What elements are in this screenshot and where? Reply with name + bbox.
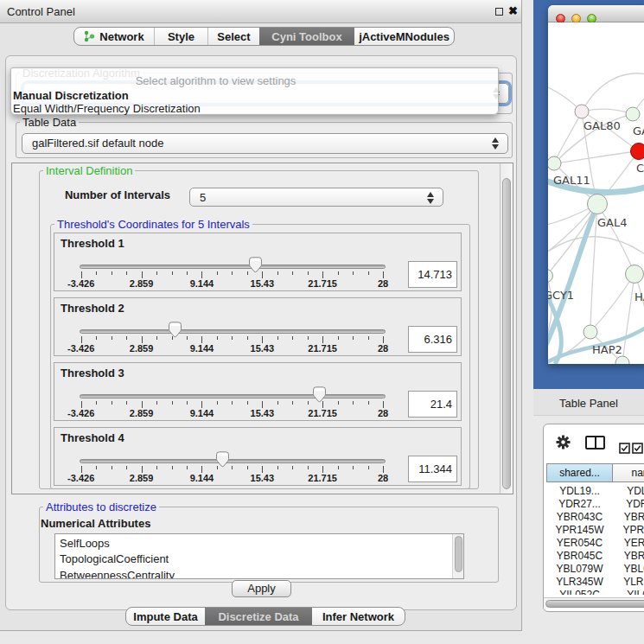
slider-tick <box>308 401 309 405</box>
number-of-intervals-combo[interactable]: 5 <box>189 188 443 207</box>
numerical-attributes-list[interactable]: SelfLoopsTopologicalCoefficientBetweenne… <box>54 533 464 579</box>
slider-thumb[interactable] <box>313 386 326 403</box>
slider-tick <box>126 336 127 340</box>
slider-tick <box>322 336 323 343</box>
horizontal-scrollbar[interactable] <box>544 597 644 609</box>
interval-definition-label: Interval Definition <box>43 164 135 177</box>
tab-cyni-toolbox[interactable]: Cyni Toolbox <box>259 28 354 45</box>
table-row[interactable]: YBL079WYBL079W <box>546 563 644 576</box>
slider-tick <box>112 271 112 275</box>
popup-item-manual-discretization[interactable]: Manual Discretization <box>13 89 129 102</box>
slider-track[interactable] <box>80 329 386 334</box>
table-row[interactable]: YPR145WYPR145W <box>546 524 644 537</box>
slider-track[interactable] <box>80 459 386 463</box>
slider-track[interactable] <box>80 265 386 269</box>
popup-item-equal-width[interactable]: Equal Width/Frequency Discretization <box>13 102 201 115</box>
network-edge <box>622 274 634 363</box>
checkbox-icon-2[interactable] <box>632 443 643 454</box>
cell-shared-name: YDR27... <box>546 498 613 510</box>
network-canvas[interactable]: GAL80GAL1CGAL11GAL4GCY1HAHAP2 <box>548 22 644 364</box>
table-data-combo[interactable]: galFiltered.sif default node <box>22 133 508 154</box>
cell-shared-name: YDL19... <box>546 485 613 497</box>
table-row[interactable]: YDL19...YDL19... <box>546 485 644 498</box>
cell-name: YLR345W <box>615 576 644 588</box>
network-node-GAL1[interactable] <box>626 107 640 121</box>
gear-icon[interactable] <box>556 435 571 450</box>
close-icon[interactable]: ✖ <box>508 4 518 17</box>
slider-thumb[interactable] <box>216 451 229 468</box>
threshold-value-field[interactable]: 6.316 <box>408 326 457 353</box>
cell-shared-name: YIL052C <box>546 589 613 595</box>
table-row[interactable]: YER054CYER054C <box>546 537 644 550</box>
column-header-name[interactable]: name <box>612 463 644 482</box>
tab-style[interactable]: Style <box>154 28 207 45</box>
tab-infer-network[interactable]: Infer Network <box>312 608 405 625</box>
network-node-GAL4[interactable] <box>588 194 608 214</box>
threshold-value-field[interactable]: 14.713 <box>408 261 457 288</box>
slider-tick-label: 28 <box>361 408 405 418</box>
list-scrollbar-thumb[interactable] <box>455 536 462 572</box>
network-edge <box>597 204 634 274</box>
list-scrollbar[interactable] <box>452 534 463 578</box>
attribute-item[interactable]: SelfLoops <box>60 537 110 550</box>
network-node-red-node[interactable] <box>631 143 644 160</box>
slider-tick <box>187 401 188 405</box>
vertical-scrollbar-thumb[interactable] <box>502 178 511 489</box>
bottom-tab-bar: Impute DataDiscretize DataInfer Network <box>125 607 405 626</box>
slider-tick <box>368 401 369 405</box>
slider-tick <box>142 271 143 278</box>
vertical-scrollbar[interactable] <box>500 163 513 494</box>
horizontal-scrollbar-thumb[interactable] <box>545 600 644 608</box>
slider-tick-label: -3.426 <box>60 408 103 418</box>
slider-tick-label: 21.715 <box>301 343 344 354</box>
network-node-HAP2[interactable] <box>583 325 597 339</box>
slider-thumb[interactable] <box>169 322 182 338</box>
slider-tick <box>126 401 127 405</box>
slider-tick <box>277 271 278 275</box>
float-icon[interactable] <box>495 8 503 16</box>
table-data-group: Table Data galFiltered.sif default node <box>16 122 513 158</box>
tab-label: Style <box>168 30 194 43</box>
tab-select[interactable]: Select <box>207 28 259 45</box>
network-node-HAP-right[interactable] <box>626 265 644 284</box>
attribute-item[interactable]: TopologicalCoefficient <box>60 552 169 565</box>
slider-thumb[interactable] <box>249 257 262 273</box>
network-node-bottom-node[interactable] <box>615 356 629 364</box>
cell-shared-name: YBR043C <box>546 511 613 523</box>
split-view-icon[interactable] <box>585 436 605 450</box>
table-row[interactable]: YBR045CYBR045C <box>546 550 644 563</box>
slider-tick <box>187 466 188 469</box>
threshold-value-field[interactable]: 11.344 <box>408 456 457 482</box>
table-row[interactable]: YDR27...YDR27... <box>546 498 644 511</box>
tab-discretize-data[interactable]: Discretize Data <box>205 608 312 625</box>
tab-network[interactable]: Network <box>74 28 154 45</box>
table-row[interactable]: YIL052CYIL052C <box>546 589 644 595</box>
network-node-label: GAL1 <box>633 124 644 137</box>
tab-jactivemnodules[interactable]: jActiveMNodules <box>354 28 454 45</box>
table-row[interactable]: YLR345WYLR345W <box>546 576 644 589</box>
apply-button[interactable]: Apply <box>232 580 291 597</box>
slider-tick <box>217 336 218 340</box>
slider-track[interactable] <box>80 394 386 399</box>
network-node-GAL11[interactable] <box>548 156 561 170</box>
checkbox-icon-1[interactable] <box>619 443 630 454</box>
table-card: shared... name YDL19...YDL19...YDR27...Y… <box>543 424 644 612</box>
column-header-shared-name[interactable]: shared... <box>546 463 613 482</box>
slider-tick <box>172 466 173 469</box>
threshold-panel-1: Threshold 1-3.4262.8599.14415.4321.71528… <box>54 233 462 291</box>
threshold-panel-2: Threshold 2-3.4262.8599.14415.4321.71528… <box>54 297 462 356</box>
network-window-titlebar <box>548 5 644 22</box>
slider-tick <box>156 336 157 340</box>
table-row[interactable]: YBR043CYBR043C <box>546 511 644 524</box>
control-panel: Control Panel ✖ NetworkStyleSelectCyni T… <box>0 0 522 631</box>
tab-label: Select <box>217 30 250 43</box>
tab-impute-data[interactable]: Impute Data <box>126 608 205 625</box>
slider-tick <box>172 401 173 405</box>
network-node-GCY1[interactable] <box>548 270 553 283</box>
tab-label: Network <box>99 30 143 43</box>
threshold-value-field[interactable]: 21.4 <box>408 391 457 418</box>
attribute-item[interactable]: BetweennessCentrality <box>60 569 175 579</box>
slider-tick <box>187 271 188 275</box>
network-node-GAL80[interactable] <box>575 105 589 118</box>
slider-tick <box>96 466 97 469</box>
